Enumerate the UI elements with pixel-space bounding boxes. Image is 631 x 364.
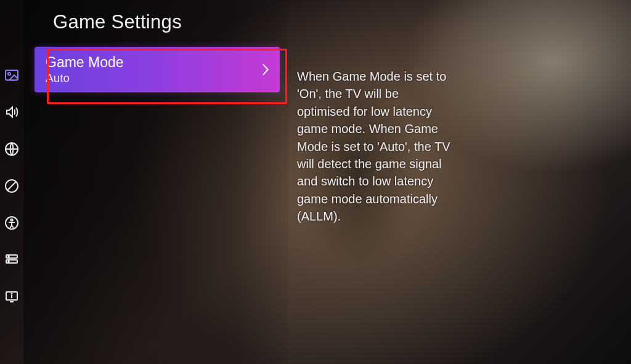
settings-panel: Game Settings Game Mode Auto: [23, 0, 288, 364]
settings-category-rail: [0, 0, 23, 364]
svg-point-11: [11, 293, 12, 294]
setting-description: When Game Mode is set to 'On', the TV wi…: [297, 68, 451, 225]
svg-point-9: [8, 261, 9, 262]
svg-point-5: [10, 219, 12, 220]
system-icon[interactable]: [4, 253, 19, 267]
svg-point-1: [8, 73, 10, 75]
accessibility-icon[interactable]: [4, 216, 19, 230]
network-icon[interactable]: [4, 142, 19, 156]
svg-rect-0: [6, 70, 18, 80]
page-title: Game Settings: [53, 11, 280, 33]
about-icon[interactable]: [4, 289, 19, 304]
game-mode-row[interactable]: Game Mode Auto: [35, 47, 280, 92]
svg-point-8: [8, 256, 9, 257]
row-label: Game Mode: [46, 54, 253, 70]
audio-icon[interactable]: [4, 105, 19, 119]
no-signal-icon[interactable]: [4, 179, 19, 193]
row-value: Auto: [46, 71, 253, 85]
picture-icon[interactable]: [4, 68, 19, 83]
chevron-right-icon: [259, 63, 272, 76]
